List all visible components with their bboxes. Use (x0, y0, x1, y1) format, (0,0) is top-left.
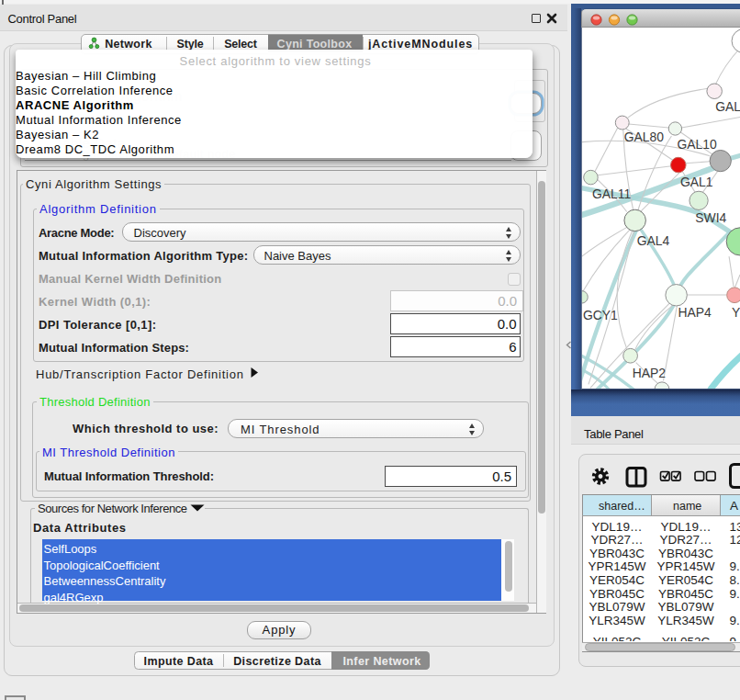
svg-text:GAL11: GAL11 (592, 186, 632, 201)
svg-text:GAL10: GAL10 (677, 137, 717, 152)
svg-text:YD: YD (732, 305, 740, 320)
svg-text:GAL4: GAL4 (637, 233, 670, 248)
svg-text:GCY1: GCY1 (583, 308, 618, 322)
svg-text:SWI4: SWI4 (695, 210, 726, 225)
svg-text:GAL7: GAL7 (715, 99, 740, 114)
svg-text:HAP4: HAP4 (678, 305, 712, 320)
svg-text:GAL80: GAL80 (624, 130, 665, 144)
svg-text:GAL1: GAL1 (680, 175, 713, 189)
svg-text:HAP2: HAP2 (633, 366, 667, 380)
